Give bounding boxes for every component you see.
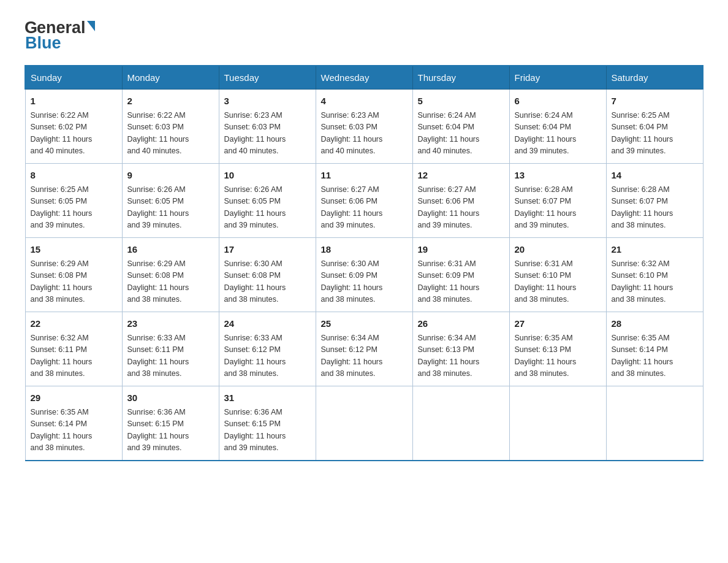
calendar-cell: [606, 386, 703, 461]
day-info: Sunrise: 6:36 AMSunset: 6:15 PMDaylight:…: [224, 408, 286, 453]
day-info: Sunrise: 6:23 AMSunset: 6:03 PMDaylight:…: [321, 111, 383, 156]
col-header-tuesday: Tuesday: [219, 66, 316, 90]
day-info: Sunrise: 6:29 AMSunset: 6:08 PMDaylight:…: [31, 259, 93, 304]
day-info: Sunrise: 6:31 AMSunset: 6:10 PMDaylight:…: [515, 259, 577, 304]
day-number: 20: [515, 243, 601, 256]
day-number: 4: [321, 94, 408, 108]
day-info: Sunrise: 6:31 AMSunset: 6:09 PMDaylight:…: [418, 259, 480, 304]
calendar-week-row: 15 Sunrise: 6:29 AMSunset: 6:08 PMDaylig…: [25, 238, 703, 312]
calendar-cell: 9 Sunrise: 6:26 AMSunset: 6:05 PMDayligh…: [122, 164, 219, 238]
day-number: 10: [224, 169, 311, 182]
calendar-cell: 13 Sunrise: 6:28 AMSunset: 6:07 PMDaylig…: [509, 164, 606, 238]
calendar-cell: 10 Sunrise: 6:26 AMSunset: 6:05 PMDaylig…: [219, 164, 316, 238]
day-info: Sunrise: 6:28 AMSunset: 6:07 PMDaylight:…: [612, 185, 673, 230]
calendar-cell: 11 Sunrise: 6:27 AMSunset: 6:06 PMDaylig…: [316, 164, 412, 238]
day-number: 24: [224, 317, 311, 331]
calendar-cell: 14 Sunrise: 6:28 AMSunset: 6:07 PMDaylig…: [606, 164, 703, 238]
calendar-cell: [316, 386, 412, 461]
calendar-cell: 21 Sunrise: 6:32 AMSunset: 6:10 PMDaylig…: [606, 238, 703, 312]
col-header-monday: Monday: [122, 66, 219, 90]
day-number: 18: [321, 243, 408, 256]
day-number: 6: [515, 94, 601, 108]
day-number: 3: [224, 94, 311, 108]
day-number: 27: [515, 317, 601, 331]
calendar-cell: 27 Sunrise: 6:35 AMSunset: 6:13 PMDaylig…: [509, 312, 606, 386]
calendar-cell: 8 Sunrise: 6:25 AMSunset: 6:05 PMDayligh…: [25, 164, 122, 238]
calendar-cell: 6 Sunrise: 6:24 AMSunset: 6:04 PMDayligh…: [509, 90, 606, 164]
logo-triangle-icon: [87, 21, 95, 31]
day-number: 5: [418, 94, 504, 108]
calendar-cell: 12 Sunrise: 6:27 AMSunset: 6:06 PMDaylig…: [412, 164, 509, 238]
day-info: Sunrise: 6:34 AMSunset: 6:13 PMDaylight:…: [418, 334, 480, 378]
day-number: 13: [515, 169, 601, 182]
calendar-cell: 30 Sunrise: 6:36 AMSunset: 6:15 PMDaylig…: [122, 386, 219, 461]
day-info: Sunrise: 6:27 AMSunset: 6:06 PMDaylight:…: [321, 185, 383, 230]
day-number: 16: [127, 243, 214, 256]
day-info: Sunrise: 6:30 AMSunset: 6:09 PMDaylight:…: [321, 259, 383, 304]
calendar-cell: 26 Sunrise: 6:34 AMSunset: 6:13 PMDaylig…: [412, 312, 509, 386]
day-number: 12: [418, 169, 504, 182]
calendar-cell: 31 Sunrise: 6:36 AMSunset: 6:15 PMDaylig…: [219, 386, 316, 461]
calendar-cell: 29 Sunrise: 6:35 AMSunset: 6:14 PMDaylig…: [25, 386, 122, 461]
calendar-cell: 4 Sunrise: 6:23 AMSunset: 6:03 PMDayligh…: [316, 90, 412, 164]
calendar-cell: 19 Sunrise: 6:31 AMSunset: 6:09 PMDaylig…: [412, 238, 509, 312]
calendar-week-row: 22 Sunrise: 6:32 AMSunset: 6:11 PMDaylig…: [25, 312, 703, 386]
day-number: 31: [224, 391, 311, 405]
day-info: Sunrise: 6:25 AMSunset: 6:05 PMDaylight:…: [31, 185, 93, 230]
calendar-cell: [412, 386, 509, 461]
day-number: 26: [418, 317, 504, 331]
page-header: G eneral Blue: [25, 18, 703, 53]
calendar-week-row: 29 Sunrise: 6:35 AMSunset: 6:14 PMDaylig…: [25, 386, 703, 461]
day-number: 28: [612, 317, 698, 331]
day-info: Sunrise: 6:24 AMSunset: 6:04 PMDaylight:…: [515, 111, 577, 156]
calendar-cell: 5 Sunrise: 6:24 AMSunset: 6:04 PMDayligh…: [412, 90, 509, 164]
logo-blue-text: Blue: [25, 34, 95, 53]
day-number: 7: [612, 94, 698, 108]
calendar-cell: 22 Sunrise: 6:32 AMSunset: 6:11 PMDaylig…: [25, 312, 122, 386]
day-info: Sunrise: 6:22 AMSunset: 6:03 PMDaylight:…: [127, 111, 189, 156]
day-number: 29: [31, 391, 117, 405]
col-header-thursday: Thursday: [412, 66, 509, 90]
day-info: Sunrise: 6:28 AMSunset: 6:07 PMDaylight:…: [515, 185, 577, 230]
day-info: Sunrise: 6:22 AMSunset: 6:02 PMDaylight:…: [31, 111, 93, 156]
calendar-table: SundayMondayTuesdayWednesdayThursdayFrid…: [25, 65, 703, 461]
day-info: Sunrise: 6:30 AMSunset: 6:08 PMDaylight:…: [224, 259, 286, 304]
day-number: 8: [31, 169, 117, 182]
day-info: Sunrise: 6:34 AMSunset: 6:12 PMDaylight:…: [321, 334, 383, 378]
day-info: Sunrise: 6:33 AMSunset: 6:11 PMDaylight:…: [127, 334, 189, 378]
day-number: 21: [612, 243, 698, 256]
day-info: Sunrise: 6:35 AMSunset: 6:14 PMDaylight:…: [31, 408, 93, 453]
calendar-cell: 24 Sunrise: 6:33 AMSunset: 6:12 PMDaylig…: [219, 312, 316, 386]
calendar-cell: 2 Sunrise: 6:22 AMSunset: 6:03 PMDayligh…: [122, 90, 219, 164]
day-number: 1: [31, 94, 117, 108]
logo: G eneral Blue: [25, 18, 95, 53]
calendar-cell: 15 Sunrise: 6:29 AMSunset: 6:08 PMDaylig…: [25, 238, 122, 312]
calendar-cell: 18 Sunrise: 6:30 AMSunset: 6:09 PMDaylig…: [316, 238, 412, 312]
day-number: 30: [127, 391, 214, 405]
calendar-cell: 25 Sunrise: 6:34 AMSunset: 6:12 PMDaylig…: [316, 312, 412, 386]
day-number: 19: [418, 243, 504, 256]
day-info: Sunrise: 6:36 AMSunset: 6:15 PMDaylight:…: [127, 408, 189, 453]
calendar-cell: [509, 386, 606, 461]
day-info: Sunrise: 6:32 AMSunset: 6:11 PMDaylight:…: [31, 334, 93, 378]
calendar-cell: 28 Sunrise: 6:35 AMSunset: 6:14 PMDaylig…: [606, 312, 703, 386]
day-info: Sunrise: 6:27 AMSunset: 6:06 PMDaylight:…: [418, 185, 480, 230]
calendar-cell: 17 Sunrise: 6:30 AMSunset: 6:08 PMDaylig…: [219, 238, 316, 312]
day-info: Sunrise: 6:24 AMSunset: 6:04 PMDaylight:…: [418, 111, 480, 156]
day-info: Sunrise: 6:26 AMSunset: 6:05 PMDaylight:…: [127, 185, 189, 230]
calendar-cell: 16 Sunrise: 6:29 AMSunset: 6:08 PMDaylig…: [122, 238, 219, 312]
day-info: Sunrise: 6:33 AMSunset: 6:12 PMDaylight:…: [224, 334, 286, 378]
col-header-friday: Friday: [509, 66, 606, 90]
calendar-header-row: SundayMondayTuesdayWednesdayThursdayFrid…: [25, 66, 703, 90]
calendar-cell: 7 Sunrise: 6:25 AMSunset: 6:04 PMDayligh…: [606, 90, 703, 164]
calendar-cell: 1 Sunrise: 6:22 AMSunset: 6:02 PMDayligh…: [25, 90, 122, 164]
calendar-cell: 3 Sunrise: 6:23 AMSunset: 6:03 PMDayligh…: [219, 90, 316, 164]
calendar-cell: 23 Sunrise: 6:33 AMSunset: 6:11 PMDaylig…: [122, 312, 219, 386]
day-number: 22: [31, 317, 117, 331]
col-header-saturday: Saturday: [606, 66, 703, 90]
day-info: Sunrise: 6:23 AMSunset: 6:03 PMDaylight:…: [224, 111, 286, 156]
calendar-week-row: 8 Sunrise: 6:25 AMSunset: 6:05 PMDayligh…: [25, 164, 703, 238]
day-info: Sunrise: 6:29 AMSunset: 6:08 PMDaylight:…: [127, 259, 189, 304]
day-info: Sunrise: 6:25 AMSunset: 6:04 PMDaylight:…: [612, 111, 673, 156]
day-number: 23: [127, 317, 214, 331]
